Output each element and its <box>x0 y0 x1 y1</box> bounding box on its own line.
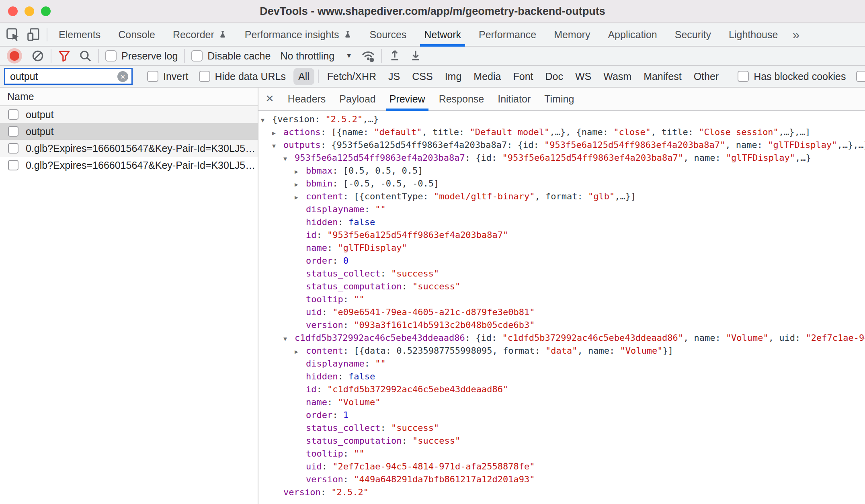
tab-timing[interactable]: Timing <box>544 88 574 110</box>
tree-line[interactable]: version: "449a648291da7bfb861217a12d201a… <box>258 473 865 486</box>
table-row[interactable]: output <box>0 123 258 140</box>
disclosure-triangle-icon[interactable]: ▶ <box>295 191 306 204</box>
hide-data-urls-checkbox[interactable] <box>199 71 210 82</box>
tree-line[interactable]: ▶bbmin: [-0.5, -0.5, -0.5] <box>258 177 865 190</box>
request-checkbox[interactable] <box>8 143 18 154</box>
zoom-window-button[interactable] <box>41 6 51 16</box>
record-network-log-button[interactable] <box>10 51 19 61</box>
filter-type-manifest[interactable]: Manifest <box>639 68 686 85</box>
tab-application[interactable]: Application <box>599 23 666 46</box>
filter-type-all[interactable]: All <box>293 68 314 85</box>
disclosure-triangle-icon[interactable]: ▼ <box>261 114 272 127</box>
inspect-element-icon[interactable] <box>2 24 23 45</box>
tree-line[interactable]: id: "953f5e6a125d54ff9863ef4a203ba8a7" <box>258 229 865 242</box>
tree-line[interactable]: ▼{version: "2.5.2",…} <box>258 113 865 126</box>
tree-line[interactable]: status_computation: "success" <box>258 280 865 293</box>
tab-performance-insights[interactable]: Performance insights <box>236 23 361 46</box>
throttling-select[interactable]: No throttling ▼ <box>275 50 358 62</box>
filter-type-wasm[interactable]: Wasm <box>599 68 636 85</box>
tree-line[interactable]: ▶bbmax: [0.5, 0.5, 0.5] <box>258 164 865 177</box>
tab-response[interactable]: Response <box>439 88 484 110</box>
tree-line[interactable]: ▼c1dfd5b372992ac46c5ebe43ddeaad86: {id: … <box>258 332 865 344</box>
request-checkbox[interactable] <box>8 109 18 120</box>
tree-line[interactable]: uid: "e09e6541-79ea-4605-a21c-d879fe3e0b… <box>258 306 865 319</box>
tab-headers[interactable]: Headers <box>288 88 326 110</box>
table-row[interactable]: output <box>0 106 258 123</box>
request-checkbox[interactable] <box>8 126 18 137</box>
tree-line[interactable]: uid: "2ef7c1ae-94c5-4814-971d-afa2558878… <box>258 460 865 473</box>
tab-memory[interactable]: Memory <box>545 23 599 46</box>
network-conditions-icon[interactable] <box>358 45 379 66</box>
tab-performance[interactable]: Performance <box>470 23 545 46</box>
tab-elements[interactable]: Elements <box>50 23 109 46</box>
disclosure-triangle-icon[interactable]: ▶ <box>272 127 283 139</box>
tree-line[interactable]: name: "glTFDisplay" <box>258 242 865 254</box>
disclosure-triangle-icon[interactable]: ▼ <box>283 332 295 345</box>
tree-line[interactable]: version: "093a3f161c14b5913c2b048b05cde6… <box>258 319 865 332</box>
tree-line[interactable]: status_collect: "success" <box>258 422 865 434</box>
tree-line[interactable]: hidden: false <box>258 216 865 229</box>
tree-line[interactable]: id: "c1dfd5b372992ac46c5ebe43ddeaad86" <box>258 383 865 396</box>
tab-recorder[interactable]: Recorder <box>164 23 236 46</box>
tab-initiator[interactable]: Initiator <box>498 88 531 110</box>
filter-type-font[interactable]: Font <box>508 68 538 85</box>
tab-payload[interactable]: Payload <box>339 88 375 110</box>
filter-type-ws[interactable]: WS <box>570 68 596 85</box>
export-har-icon[interactable] <box>405 45 426 66</box>
tree-line[interactable]: tooltip: "" <box>258 447 865 460</box>
tab-network[interactable]: Network <box>415 23 470 46</box>
more-tabs-icon[interactable]: » <box>787 27 805 42</box>
blocked-requests-checkbox[interactable] <box>856 71 865 82</box>
tree-line[interactable]: ▶content: [{data: 0.5235987755998095, fo… <box>258 344 865 357</box>
tab-lighthouse[interactable]: Lighthouse <box>720 23 787 46</box>
tree-line[interactable]: tooltip: "" <box>258 293 865 306</box>
disclosure-triangle-icon[interactable]: ▶ <box>295 165 306 178</box>
tree-line[interactable]: status_computation: "success" <box>258 434 865 447</box>
filter-type-fetch-xhr[interactable]: Fetch/XHR <box>322 68 381 85</box>
filter-type-media[interactable]: Media <box>469 68 506 85</box>
close-window-button[interactable] <box>8 6 18 16</box>
disclosure-triangle-icon[interactable]: ▼ <box>272 139 283 152</box>
tab-console[interactable]: Console <box>109 23 164 46</box>
tree-line[interactable]: ▼outputs: {953f5e6a125d54ff9863ef4a203ba… <box>258 139 865 152</box>
tree-line[interactable]: status_collect: "success" <box>258 267 865 280</box>
search-icon[interactable] <box>75 45 96 66</box>
tree-line[interactable]: version: "2.5.2" <box>258 486 865 499</box>
table-row[interactable]: 0.glb?Expires=1666015647&Key-Pair-Id=K30… <box>0 140 258 157</box>
minimize-window-button[interactable] <box>25 6 34 16</box>
import-har-icon[interactable] <box>384 45 405 66</box>
filter-input[interactable] <box>9 70 117 83</box>
disclosure-triangle-icon[interactable]: ▼ <box>283 152 295 165</box>
clear-network-log-icon[interactable] <box>27 45 48 66</box>
filter-type-css[interactable]: CSS <box>407 68 437 85</box>
filter-type-js[interactable]: JS <box>383 68 405 85</box>
filter-type-doc[interactable]: Doc <box>540 68 568 85</box>
request-checkbox[interactable] <box>8 160 18 170</box>
tab-sources[interactable]: Sources <box>361 23 416 46</box>
tree-line[interactable]: displayname: "" <box>258 357 865 370</box>
invert-checkbox[interactable] <box>147 71 158 82</box>
preserve-log-checkbox[interactable] <box>105 50 117 61</box>
device-toolbar-icon[interactable] <box>23 24 44 45</box>
disclosure-triangle-icon[interactable]: ▶ <box>295 345 306 358</box>
disclosure-triangle-icon[interactable]: ▶ <box>295 178 306 191</box>
tab-preview[interactable]: Preview <box>389 88 425 110</box>
close-details-icon[interactable]: × <box>258 90 281 108</box>
tab-security[interactable]: Security <box>666 23 720 46</box>
filter-type-img[interactable]: Img <box>440 68 467 85</box>
tree-line[interactable]: hidden: false <box>258 370 865 383</box>
tree-line[interactable]: displayname: "" <box>258 203 865 216</box>
name-column-header[interactable]: Name <box>0 88 258 106</box>
tree-line[interactable]: ▼953f5e6a125d54ff9863ef4a203ba8a7: {id: … <box>258 152 865 164</box>
disable-cache-checkbox[interactable] <box>191 50 203 61</box>
tree-line[interactable]: name: "Volume" <box>258 396 865 409</box>
tree-line[interactable]: ▶actions: [{name: "default", title: "Def… <box>258 126 865 139</box>
filter-icon[interactable] <box>54 45 75 66</box>
clear-filter-icon[interactable]: × <box>117 71 128 82</box>
tree-line[interactable]: order: 0 <box>258 254 865 267</box>
has-blocked-cookies-checkbox[interactable] <box>738 71 749 82</box>
table-row[interactable]: 0.glb?Expires=1666015647&Key-Pair-Id=K30… <box>0 157 258 174</box>
filter-type-other[interactable]: Other <box>689 68 724 85</box>
tree-line[interactable]: order: 1 <box>258 409 865 422</box>
tree-line[interactable]: ▶content: [{contentType: "model/gltf-bin… <box>258 190 865 203</box>
